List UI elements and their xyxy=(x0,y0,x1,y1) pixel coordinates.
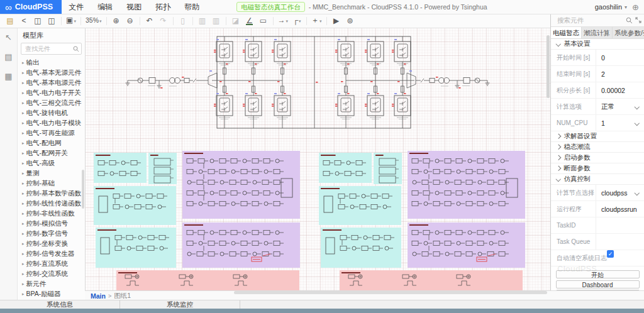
zoom-select[interactable]: 35%▾ xyxy=(84,14,104,28)
wire-tool-button[interactable]: ┌▾ xyxy=(290,14,304,28)
tree-item[interactable]: ▸控制-坐标变换 xyxy=(18,239,85,249)
fill-button[interactable]: ◪ xyxy=(229,14,243,27)
field-value-input[interactable] xyxy=(596,217,644,233)
cursor-icon[interactable]: ↖ xyxy=(5,33,12,42)
add-button[interactable]: ＋▾ xyxy=(309,14,324,28)
tree-item[interactable]: ▸控制-基础 xyxy=(18,178,85,189)
menu-help[interactable]: 帮助 xyxy=(177,2,206,13)
file-button[interactable]: ▤ xyxy=(3,14,17,27)
tree-expand-icon: ▸ xyxy=(22,171,25,176)
menu-topology[interactable]: 拓扑 xyxy=(148,2,177,13)
section-header[interactable]: 求解器设置 xyxy=(551,131,644,142)
schematic-canvas[interactable] xyxy=(85,28,550,290)
shape-button[interactable]: ▭ xyxy=(257,14,270,27)
menu-edit[interactable]: 编辑 xyxy=(91,2,119,13)
publish-button[interactable]: ⊚ xyxy=(343,14,357,27)
tree-item[interactable]: ▸电气-可再生能源 xyxy=(18,128,85,138)
element-search-box[interactable] xyxy=(551,14,644,27)
menu-view[interactable]: 视图 xyxy=(119,2,148,13)
tree-item[interactable]: ▸量测 xyxy=(18,168,85,178)
field-value-input[interactable] xyxy=(596,234,644,250)
tab-emt[interactable]: 电磁暂态 xyxy=(551,27,581,38)
redo-button[interactable]: ↷ xyxy=(157,14,170,27)
checkbox[interactable]: ✓ xyxy=(607,250,614,258)
tree-item[interactable]: ▸控制-信号发生器 xyxy=(18,249,85,259)
components-icon[interactable]: ▤ xyxy=(4,52,12,62)
ac-system-left xyxy=(126,77,209,89)
tree-item[interactable]: ▸电气-基本电源元件 xyxy=(18,78,85,88)
tree-item[interactable]: ▸输出 xyxy=(18,58,85,68)
tab-system-monitor[interactable]: 系统监控 xyxy=(120,300,240,309)
tree-item[interactable]: ▸控制-非线性函数 xyxy=(18,209,85,219)
field-select[interactable]: 正常 xyxy=(596,99,644,114)
canvas-vertical-scrollbar[interactable] xyxy=(547,35,550,98)
undo-button[interactable]: ↶ xyxy=(143,14,157,27)
username[interactable]: gaoshilin xyxy=(595,3,622,11)
tree-item[interactable]: ▸电气-电力电子开关 xyxy=(18,88,85,98)
sidebar-scrollbar[interactable] xyxy=(82,170,84,209)
tree-item[interactable]: ▸电气-配电网 xyxy=(18,138,85,148)
model-library-panel: 模型库 ▸输出▸电气-基本无源元件▸电气-基本电源元件▸电气-电力电子开关▸电气… xyxy=(18,28,86,300)
tree-item[interactable]: ▸电气-基本无源元件 xyxy=(18,68,85,78)
copy-button[interactable]: ▥ xyxy=(196,14,209,27)
tree-item[interactable]: ▸控制-直流系统 xyxy=(18,259,85,269)
tree-item[interactable]: ▸电气-高级 xyxy=(18,158,85,168)
language-globe-icon[interactable]: ⊕ xyxy=(632,3,639,12)
delete-button[interactable]: ▯ xyxy=(176,14,190,27)
section-header[interactable]: 断面参数 xyxy=(551,163,644,174)
save-as-button[interactable]: ◫ xyxy=(45,14,58,27)
component-search-input[interactable] xyxy=(24,45,73,53)
zoom-out-button[interactable]: ⊖ xyxy=(123,14,137,27)
field-value-input[interactable]: 0.00002 xyxy=(596,82,644,98)
tree-item[interactable]: ▸电气-三相交流元件 xyxy=(18,98,85,108)
tree-item[interactable]: ▸新元件 xyxy=(18,279,85,289)
tree-item[interactable]: ▸控制-模拟信号 xyxy=(18,219,85,229)
library-icon[interactable]: ▦ xyxy=(4,72,12,81)
cloudpss-logo[interactable]: ∞ CloudPSS xyxy=(0,0,62,14)
section-header[interactable]: 稳态潮流 xyxy=(551,142,644,153)
tree-item[interactable]: ▸电气-旋转电机 xyxy=(18,108,85,118)
layout-button[interactable]: ▣▾ xyxy=(64,14,78,28)
tree-item[interactable]: ▸控制-基本数学函数 xyxy=(18,189,85,199)
tree-item[interactable]: ▸控制-线性传递函数 xyxy=(18,199,85,209)
breadcrumb-root[interactable]: Main xyxy=(91,292,106,300)
pen-button[interactable]: ∠ xyxy=(243,14,257,27)
field-select[interactable]: cloudpss xyxy=(596,185,644,200)
breadcrumb-separator: > xyxy=(108,293,111,299)
model-tree: ▸输出▸电气-基本无源元件▸电气-基本电源元件▸电气-电力电子开关▸电气-三相交… xyxy=(18,58,85,300)
element-search-input[interactable] xyxy=(556,16,623,25)
arrow-tool-button[interactable]: →▾ xyxy=(276,14,291,28)
field-value-input[interactable]: cloudpssrun xyxy=(596,201,644,217)
tree-item[interactable]: ▸BPA-励磁器 xyxy=(18,289,85,299)
tree-item[interactable]: ▸控制-交流系统 xyxy=(18,269,85,279)
share-button[interactable]: < xyxy=(17,14,31,27)
save-button[interactable]: ◫ xyxy=(31,14,45,27)
tab-powerflow[interactable]: 潮流计算 xyxy=(581,27,612,38)
component-search-box[interactable] xyxy=(21,43,82,55)
breadcrumb-sheet[interactable]: 图纸1 xyxy=(114,292,131,300)
menu-file[interactable]: 文件 xyxy=(62,2,91,13)
section-header[interactable]: 启动参数 xyxy=(551,153,644,163)
field-value-input[interactable]: 0 xyxy=(596,50,644,65)
paste-button[interactable]: ▥ xyxy=(209,14,223,27)
tab-system-params[interactable]: 系统参数/变量 xyxy=(612,27,644,38)
field-value-text: 0.00002 xyxy=(601,87,625,94)
field-label: 运行程序 xyxy=(551,201,596,217)
section-header[interactable]: 仿真控制 xyxy=(551,174,644,185)
tab-system-info[interactable]: 系统信息 xyxy=(0,300,120,309)
zoom-in-button[interactable]: ⊕ xyxy=(109,14,123,27)
canvas-horizontal-scrollbar[interactable] xyxy=(234,291,547,294)
section-header[interactable]: 基本设置 xyxy=(551,39,644,50)
tree-item[interactable]: ▸控制-数字信号 xyxy=(18,229,85,239)
field-select[interactable]: 1 xyxy=(596,115,644,131)
action-button[interactable]: Dashboard xyxy=(556,280,640,288)
field-row: 计算节点选择cloudpss xyxy=(551,185,644,201)
field-label: Task Queue xyxy=(551,234,596,250)
tree-item[interactable]: ▸电气-配网开关 xyxy=(18,148,85,158)
run-button[interactable]: ▶ xyxy=(330,14,343,27)
chevron-down-icon xyxy=(556,41,561,47)
field-value-input[interactable]: 2 xyxy=(596,66,644,82)
tree-item[interactable]: ▸电气-电力电子模块 xyxy=(18,118,85,128)
expand-panel-icon[interactable] xyxy=(635,17,641,23)
user-dropdown-icon[interactable]: ▾ xyxy=(625,4,627,10)
